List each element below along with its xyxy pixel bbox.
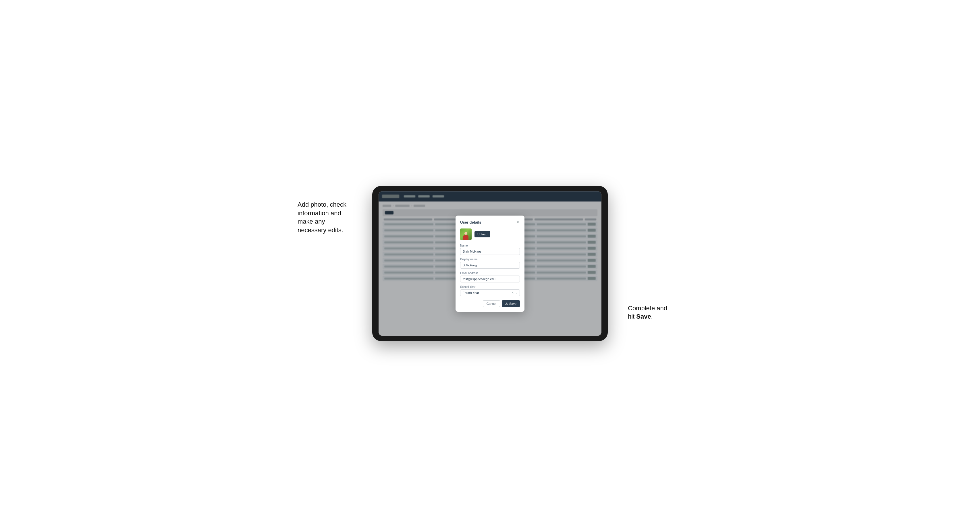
modal-overlay: User details ×	[379, 191, 601, 336]
modal-title: User details	[460, 220, 481, 224]
upload-button[interactable]: Upload	[474, 231, 490, 237]
tablet-screen: / /	[379, 191, 601, 336]
email-label: Email address	[460, 271, 520, 275]
email-field: Email address	[460, 271, 520, 283]
school-year-clear-icon[interactable]: ✕	[512, 291, 514, 294]
modal-actions: Cancel Save	[460, 300, 520, 307]
save-icon	[505, 302, 508, 305]
annotation-right: Complete and hit Save.	[628, 304, 694, 321]
display-name-label: Display name	[460, 258, 520, 261]
school-year-label: School Year	[460, 285, 520, 289]
school-year-field: School Year Fourth Year ✕ ⌄	[460, 285, 520, 296]
save-button[interactable]: Save	[502, 300, 520, 307]
person-head	[465, 232, 467, 235]
display-name-input[interactable]	[460, 262, 520, 269]
person-body	[463, 235, 468, 240]
user-details-modal: User details ×	[455, 216, 525, 312]
school-year-value: Fourth Year	[463, 291, 479, 295]
display-name-field: Display name	[460, 258, 520, 269]
chevron-down-icon[interactable]: ⌄	[515, 291, 517, 294]
school-year-select[interactable]: Fourth Year ✕ ⌄	[460, 289, 520, 296]
user-photo	[460, 229, 472, 240]
name-field: Name	[460, 244, 520, 255]
user-photo-inner	[460, 229, 472, 240]
school-year-controls: ✕ ⌄	[512, 291, 517, 294]
name-input[interactable]	[460, 248, 520, 255]
scene: Add photo, check information and make an…	[361, 183, 619, 344]
photo-upload-row: Upload	[460, 229, 520, 240]
modal-header: User details ×	[460, 220, 520, 224]
name-label: Name	[460, 244, 520, 247]
email-input[interactable]	[460, 276, 520, 283]
tablet-device: / /	[372, 186, 608, 341]
modal-close-button[interactable]: ×	[516, 220, 520, 224]
annotation-left: Add photo, check information and make an…	[298, 200, 358, 235]
cancel-button[interactable]: Cancel	[483, 300, 500, 307]
person-silhouette	[463, 232, 469, 240]
